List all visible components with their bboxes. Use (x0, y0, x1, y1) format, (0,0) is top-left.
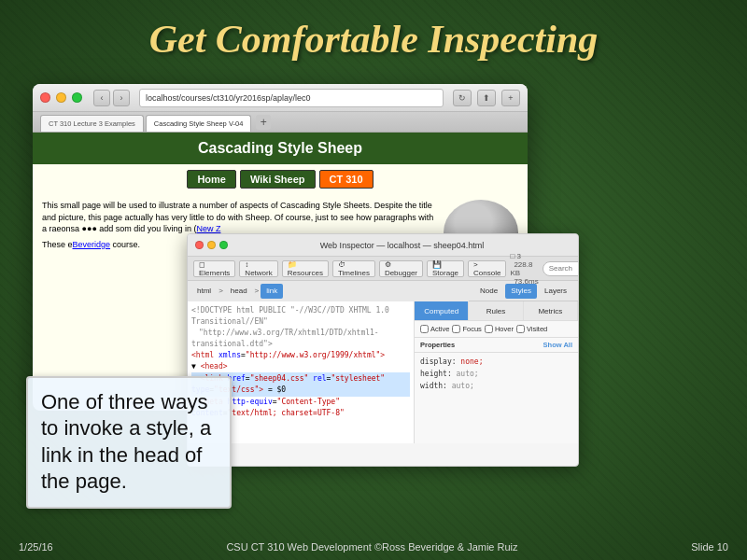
devtools-info: □ 3 228.8 KB 73.6ms (510, 252, 538, 286)
pseudo-checkboxes: Active Focus Hover Visited (415, 321, 578, 338)
devtools-panel: Web Inspector — localhost — sheep04.html… (187, 233, 579, 467)
visited-checkbox[interactable]: Visited (516, 325, 547, 333)
active-checkbox[interactable]: Active (420, 325, 449, 333)
link-breadcrumb[interactable]: link (261, 284, 283, 299)
code-line-3: <html xmlns="http://www.w3.org/1999/xhtm… (191, 350, 410, 361)
reload-button[interactable]: ↻ (453, 90, 472, 106)
devtools-nav-tabs: html > head > link (188, 281, 469, 301)
nav-home[interactable]: Home (187, 170, 236, 189)
debugger-tab[interactable]: ⚙ Debugger (379, 260, 423, 277)
footer-course: CSU CT 310 Web Development ©Ross Beverid… (226, 541, 517, 553)
rules-tab[interactable]: Rules (469, 301, 523, 320)
show-all-link[interactable]: Show All (543, 341, 572, 349)
browser-titlebar: ‹ › localhost/courses/ct310/yr2016sp/apl… (33, 84, 528, 112)
elements-tab[interactable]: ◻ Elements (193, 260, 235, 277)
webpage-header: Cascading Style Sheep (33, 133, 528, 164)
webpage-title: Cascading Style Sheep (40, 140, 520, 157)
nav-ct310[interactable]: CT 310 (319, 170, 374, 189)
file-size: 228.8 KB (510, 260, 532, 277)
close-button[interactable] (40, 92, 50, 103)
webpage-nav: Home Wiki Sheep CT 310 (33, 164, 528, 194)
focus-checkbox[interactable]: Focus (452, 325, 481, 333)
code-line-1: <!DOCTYPE html PUBLIC "-//W3C//DTD XHTML… (191, 305, 410, 328)
tab-1[interactable]: Cascading Style Sheep V-04 (146, 115, 251, 132)
hover-checkbox[interactable]: Hover (485, 325, 514, 333)
console-tab[interactable]: > Console (468, 260, 506, 277)
metrics-tab[interactable]: Metrics (524, 301, 578, 320)
back-button[interactable]: ‹ (93, 90, 110, 106)
add-tab-button[interactable]: + (501, 90, 520, 106)
address-text: localhost/courses/ct310/yr2016sp/aplay/l… (146, 93, 311, 103)
storage-tab[interactable]: 💾 Storage (427, 260, 464, 277)
nav-buttons: ‹ › (93, 90, 130, 106)
tab-0[interactable]: CT 310 Lecture 3 Examples (40, 115, 144, 132)
prop-height: height: auto; (420, 369, 572, 381)
footer-slide-number: Slide 10 (691, 541, 728, 553)
code-line-2: "http://www.w3.org/TR/xhtml1/DTD/xhtml1-… (191, 328, 410, 350)
resources-tab[interactable]: 📁 Resources (282, 260, 329, 277)
layers-tab[interactable]: Layers (539, 284, 572, 299)
devtools-title: Web Inspector — localhost — sheep04.html (233, 241, 571, 250)
prop-display: display: none; (420, 357, 572, 369)
devtools-main: <!DOCTYPE html PUBLIC "-//W3C//DTD XHTML… (188, 301, 578, 443)
prop-width: width: auto; (420, 381, 572, 393)
maximize-button[interactable] (72, 92, 82, 103)
footer-date: 1/25/16 (19, 541, 53, 553)
address-bar[interactable]: localhost/courses/ct310/yr2016sp/aplay/l… (139, 89, 444, 107)
search-input[interactable] (543, 261, 579, 276)
html-breadcrumb[interactable]: html (191, 284, 217, 299)
dt-maximize[interactable] (219, 241, 228, 249)
forward-button[interactable]: › (113, 90, 130, 106)
properties-content: display: none; height: auto; width: auto… (415, 353, 578, 396)
right-tabs: Node Styles Layers (469, 284, 578, 299)
network-tab[interactable]: ↕ Network (239, 260, 277, 277)
head-breadcrumb[interactable]: head (225, 284, 253, 299)
styles-tab[interactable]: Styles (505, 284, 537, 299)
styles-panel: Computed Rules Metrics Active Focus Hove… (415, 301, 578, 443)
browser-tabs: CT 310 Lecture 3 Examples Cascading Styl… (33, 112, 528, 133)
node-tab[interactable]: Node (474, 284, 503, 299)
devtools-toolbar: ◻ Elements ↕ Network 📁 Resources ⏱ Timel… (188, 257, 578, 281)
computed-tab[interactable]: Computed (415, 301, 469, 320)
file-count: □ 3 (510, 252, 521, 260)
nav-wikisheep[interactable]: Wiki Sheep (240, 170, 316, 189)
code-line-4: ▼ <head> (191, 361, 410, 372)
slide-footer: 1/25/16 CSU CT 310 Web Development ©Ross… (0, 541, 747, 553)
new-tab-button[interactable]: + (256, 115, 271, 130)
style-subtabs: Computed Rules Metrics (415, 301, 578, 321)
callout-text: One of three ways to invoke a style, a l… (41, 389, 217, 496)
share-button[interactable]: ⬆ (477, 90, 496, 106)
timelines-tab[interactable]: ⏱ Timelines (332, 260, 375, 277)
properties-header: Properties Show All (415, 338, 578, 353)
devtools-traffic-lights (195, 241, 228, 249)
minimize-button[interactable] (56, 92, 66, 103)
beveridge-link[interactable]: Beveridge (73, 240, 111, 249)
new-z-link[interactable]: New Z (196, 224, 220, 233)
dt-minimize[interactable] (207, 241, 216, 249)
properties-label: Properties (420, 341, 455, 349)
dt-close[interactable] (195, 241, 204, 249)
callout-box: One of three ways to invoke a style, a l… (26, 376, 232, 509)
slide-title: Get Comfortable Inspecting (0, 17, 747, 62)
